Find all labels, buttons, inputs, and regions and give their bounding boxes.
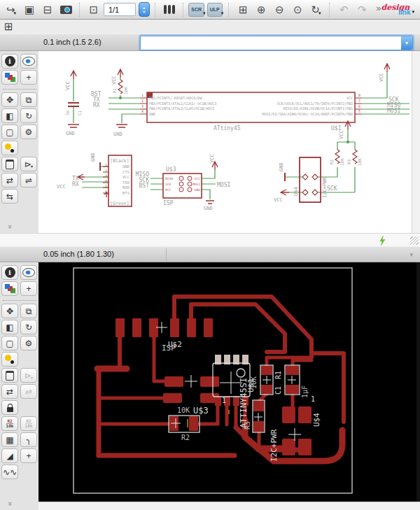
open-button[interactable]: ↪▾	[3, 2, 20, 17]
ulp-button[interactable]: ULP▾	[206, 2, 223, 17]
mirror-button[interactable]: ◧	[1, 320, 18, 334]
window-resize-grip[interactable]	[410, 236, 419, 245]
command-dropdown-button[interactable]: ▾	[401, 36, 412, 50]
info-button[interactable]: i	[1, 54, 18, 69]
delete-button[interactable]	[1, 368, 18, 383]
paint-button[interactable]	[1, 141, 18, 155]
change-button[interactable]: ⚙	[20, 336, 37, 350]
show-button[interactable]	[20, 265, 37, 280]
undo-icon: ↶	[340, 3, 349, 16]
toolbar-separator	[155, 3, 156, 17]
wrench-icon: ⚙	[25, 127, 33, 137]
ulp-icon: ULP	[207, 3, 223, 17]
chevron-down-icon: ▾	[31, 164, 33, 169]
zoom-in-button[interactable]: ⊕	[253, 2, 270, 17]
corner-icon: ◢	[6, 451, 13, 461]
sheet-thumbnails-button[interactable]: ⊡	[85, 2, 102, 17]
pin-number: 1	[141, 93, 144, 97]
name-tool-icon: R210k	[6, 419, 14, 428]
board-scrollbar-gutter[interactable]	[416, 262, 420, 502]
mosi-net-label: MOSI	[217, 182, 230, 188]
zoom-fit-icon: ⊞	[239, 3, 248, 16]
mark-button[interactable]: +	[20, 70, 37, 85]
gateswap-button[interactable]: ⇆	[1, 189, 18, 204]
pin-number: 2	[141, 99, 144, 103]
ftdi-pin-number: 3	[105, 173, 107, 177]
more-tools-chevron[interactable]: »	[6, 225, 15, 229]
undo-button[interactable]: ↶	[335, 2, 352, 17]
ripup-button[interactable]: ◢	[1, 448, 18, 463]
design-link-menu[interactable]: » design link ▾	[372, 3, 417, 16]
command-input[interactable]	[141, 36, 400, 50]
board-tool-sidebar: i + ✥ ⧉ ◧ ↻ ▢ ⚙ ⊳▾ ⇄ ⇌ R210k R210k ▦ ╮ ◢…	[0, 262, 38, 510]
zoom-select-button[interactable]: ⊙	[289, 2, 306, 17]
replace-button[interactable]: ⇌	[20, 384, 37, 399]
component-ftdi-header[interactable]: [Black] [Green] GND CTS VCC TXD RXD RTS …	[103, 155, 132, 206]
zoom-fit-button[interactable]: ⊞	[234, 2, 251, 17]
add-part-button[interactable]: ⊳▾	[20, 368, 37, 383]
more-tools-chevron[interactable]: »	[6, 502, 15, 506]
display-layers-button[interactable]	[1, 70, 18, 85]
zoom-out-icon: ⊖	[275, 3, 284, 16]
show-button[interactable]	[20, 54, 37, 69]
component-attiny45[interactable]: 1 2 3 4 8 7 6 5 PB5/PCINT5/-RESET/ADC0/D…	[140, 92, 362, 132]
component-isp-header[interactable]: MISO SCK RST VCC MOSI GND U$3 ISP	[163, 167, 202, 206]
sheet-stepper[interactable]: ▴ ▾	[139, 2, 150, 17]
rotate-button[interactable]: ↻	[20, 108, 37, 123]
sheet-selector[interactable]: 1/1	[104, 3, 136, 16]
ftdi-pin: VCC	[122, 175, 130, 179]
group-button[interactable]: ▢	[1, 125, 18, 139]
move-button[interactable]: ✥	[1, 304, 18, 318]
value-button[interactable]: R210k	[20, 416, 37, 431]
component-i2c-header[interactable]: U$4 I2C+PWR	[293, 157, 328, 202]
layer-settings-button[interactable]	[161, 2, 178, 17]
add-part-button[interactable]: ⊳▾	[20, 157, 37, 171]
via-button[interactable]: +	[20, 448, 37, 463]
save-button[interactable]: ▣	[21, 2, 38, 17]
group-button[interactable]: ▢	[1, 336, 18, 350]
display-layers-button[interactable]	[1, 281, 18, 296]
replace-button[interactable]: ⇌	[20, 173, 37, 187]
meander-button[interactable]: ∿∿	[1, 465, 18, 479]
change-button[interactable]: ⚙	[20, 125, 37, 139]
grid-button[interactable]: ⊞	[4, 22, 13, 31]
toolbar-separator	[228, 3, 230, 17]
copy-button[interactable]: ⧉	[20, 92, 37, 107]
zoom-redraw-button[interactable]: ↻▾	[307, 2, 324, 17]
lock-button[interactable]	[1, 400, 18, 415]
command-combobox[interactable]: ▾	[140, 36, 413, 50]
zoom-in-icon: ⊕	[257, 3, 266, 16]
info-button[interactable]: i	[1, 265, 18, 280]
ratsnest-button[interactable]: ▦	[1, 432, 18, 447]
meander-icon: ∿∿	[3, 467, 17, 477]
mark-button[interactable]: +	[20, 281, 37, 296]
ftdi-pin-number: 4	[105, 179, 107, 183]
script-button[interactable]: SCR▾	[188, 2, 205, 17]
isp-label: ISP	[163, 200, 174, 206]
print-button[interactable]: ⊟	[39, 2, 56, 17]
zoom-out-button[interactable]: ⊖	[271, 2, 288, 17]
copy-button[interactable]: ⧉	[20, 304, 37, 318]
copy-icon: ⧉	[26, 306, 32, 316]
svg-text:U$4: U$4	[312, 413, 321, 427]
mirror-button[interactable]: ◧	[1, 108, 18, 123]
name-button[interactable]: R210k	[1, 416, 18, 431]
paint-button[interactable]	[1, 352, 18, 367]
move-button[interactable]: ✥	[1, 92, 18, 107]
redo-button[interactable]: ↷	[354, 2, 370, 17]
pinswap-button[interactable]: ⇄	[1, 384, 18, 399]
export-image-button[interactable]	[57, 2, 74, 17]
chevron-more-icon: »	[6, 502, 15, 506]
board-canvas[interactable]: U$2 ISP ATTINY45SI U$1 10K C1 R1 1μF 1 1…	[38, 262, 416, 502]
isp-pin: SCK	[165, 183, 171, 186]
ftdi-pin: RXD	[122, 185, 130, 190]
svg-text:R1: R1	[112, 87, 117, 93]
schematic-scrollbar-gutter[interactable]	[412, 51, 420, 233]
delete-button[interactable]	[1, 157, 18, 171]
schematic-canvas[interactable]: 1 2 3 4 8 7 6 5 PB5/PCINT5/-RESET/ADC0/D…	[38, 51, 412, 233]
mark-icon: +	[26, 284, 31, 294]
route-button[interactable]: ╮	[20, 432, 37, 447]
board-command-combobox[interactable]: ▾	[166, 248, 414, 262]
rotate-button[interactable]: ↻	[20, 320, 37, 334]
pinswap-button[interactable]: ⇄	[1, 173, 18, 187]
